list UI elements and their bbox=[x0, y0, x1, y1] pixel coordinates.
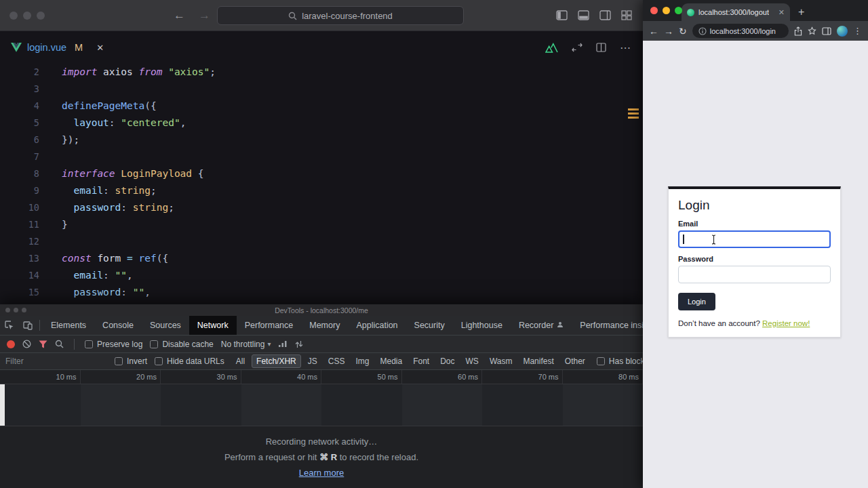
filter-icon[interactable] bbox=[39, 340, 47, 348]
toggle-panel-icon[interactable] bbox=[578, 10, 589, 20]
split-editor-icon[interactable] bbox=[596, 43, 606, 52]
minimize-window-button[interactable] bbox=[23, 12, 31, 20]
invert-checkbox[interactable] bbox=[115, 357, 123, 365]
line-number: 5 bbox=[0, 115, 39, 131]
timeline-overview bbox=[0, 384, 643, 426]
learn-more-link[interactable]: Learn more bbox=[299, 468, 344, 478]
filter-input[interactable] bbox=[5, 357, 107, 366]
devtools-tab-security[interactable]: Security bbox=[406, 316, 453, 336]
scrollbar-thumb[interactable] bbox=[0, 384, 5, 426]
devtools-tab-label: Memory bbox=[309, 321, 340, 330]
back-icon[interactable]: ← bbox=[174, 9, 185, 22]
timeline-ruler: 10 ms20 ms30 ms40 ms50 ms60 ms70 ms80 ms bbox=[0, 370, 643, 384]
import-export-har-icon[interactable] bbox=[295, 340, 303, 348]
forward-icon[interactable]: → bbox=[664, 26, 673, 37]
filter-chip-doc[interactable]: Doc bbox=[436, 355, 458, 367]
toggle-sidebar-icon[interactable] bbox=[556, 10, 568, 20]
filter-chip-wasm[interactable]: Wasm bbox=[486, 355, 517, 367]
devtools-tab-label: Performance bbox=[245, 321, 294, 330]
close-window-button[interactable] bbox=[9, 12, 18, 20]
devtools-tab-label: Sources bbox=[150, 321, 181, 330]
more-actions-icon[interactable]: ⋯ bbox=[620, 41, 631, 54]
profile-avatar[interactable] bbox=[837, 26, 848, 37]
customize-layout-icon[interactable] bbox=[621, 10, 632, 20]
throttling-dropdown[interactable]: No throttling ▾ bbox=[221, 340, 271, 349]
line-number: 2 bbox=[0, 64, 39, 81]
devtools-tab-label: Security bbox=[414, 321, 445, 330]
maximize-window-button[interactable] bbox=[37, 12, 45, 20]
minimize-window-button[interactable] bbox=[663, 7, 670, 14]
record-network-log-button[interactable] bbox=[7, 340, 15, 348]
bookmark-star-icon[interactable] bbox=[808, 26, 816, 35]
disable-cache-label: Disable cache bbox=[162, 340, 213, 349]
search-icon bbox=[288, 12, 297, 20]
recorder-badge-icon bbox=[557, 321, 564, 330]
filter-chip-font[interactable]: Font bbox=[409, 355, 433, 367]
preserve-log-checkbox[interactable] bbox=[85, 340, 93, 348]
toggle-secondary-sidebar-icon[interactable] bbox=[599, 10, 611, 20]
site-info-icon[interactable] bbox=[698, 27, 707, 35]
network-conditions-icon[interactable] bbox=[278, 340, 288, 348]
devtools-tab-label: Recorder bbox=[519, 321, 553, 330]
filter-chip-ws[interactable]: WS bbox=[462, 355, 483, 367]
code-text: import axios from "axios"; bbox=[39, 64, 216, 81]
browser-tab[interactable]: localhost:3000/logout ✕ bbox=[682, 3, 790, 21]
password-field[interactable] bbox=[678, 266, 831, 283]
new-tab-button[interactable]: + bbox=[798, 6, 804, 18]
code-editor[interactable]: 2import axios from "axios";34definePageM… bbox=[0, 64, 643, 304]
login-button[interactable]: Login bbox=[678, 293, 715, 310]
throttling-value: No throttling bbox=[221, 340, 265, 349]
devtools-tab-elements[interactable]: Elements bbox=[43, 316, 94, 336]
filter-chip-img[interactable]: Img bbox=[351, 355, 373, 367]
close-window-button[interactable] bbox=[650, 7, 658, 14]
share-icon[interactable] bbox=[794, 26, 802, 36]
filter-chip-all[interactable]: All bbox=[232, 355, 249, 367]
clear-network-log-icon[interactable] bbox=[22, 340, 31, 348]
has-blocked-cookies-checkbox[interactable] bbox=[597, 357, 605, 365]
register-link[interactable]: Register now! bbox=[762, 319, 810, 327]
disable-cache-checkbox[interactable] bbox=[150, 340, 158, 348]
refresh-icon[interactable]: ↻ bbox=[679, 26, 687, 37]
devtools-tab-performance-insights[interactable]: Performance insights bbox=[572, 316, 643, 336]
network-empty-state: Recording network activity… Perform a re… bbox=[0, 426, 643, 488]
email-field-wrap bbox=[678, 230, 831, 248]
address-bar[interactable]: localhost:3000/login bbox=[692, 24, 789, 38]
devtools-tab-sources[interactable]: Sources bbox=[142, 316, 189, 336]
close-tab-icon[interactable]: ✕ bbox=[96, 43, 104, 53]
devtools-tab-performance[interactable]: Performance bbox=[237, 316, 302, 336]
search-network-icon[interactable] bbox=[55, 340, 64, 348]
hide-data-urls-checkbox[interactable] bbox=[155, 357, 163, 365]
devtools-tab-memory[interactable]: Memory bbox=[301, 316, 348, 336]
filter-chip-other[interactable]: Other bbox=[561, 355, 589, 367]
devtools-window-title: DevTools - localhost:3000/me bbox=[0, 306, 643, 314]
shortcut-key: ⌘ R bbox=[319, 452, 337, 462]
code-line: 8interface LoginPayload { bbox=[0, 165, 643, 182]
devtools-tab-application[interactable]: Application bbox=[348, 316, 406, 336]
filter-chip-js[interactable]: JS bbox=[304, 355, 321, 367]
email-field[interactable] bbox=[678, 230, 831, 248]
forward-icon[interactable]: → bbox=[199, 9, 210, 22]
device-toolbar-icon[interactable] bbox=[18, 321, 37, 330]
devtools-tab-lighthouse[interactable]: Lighthouse bbox=[453, 316, 511, 336]
nuxt-devtools-icon[interactable] bbox=[545, 43, 558, 53]
back-icon[interactable]: ← bbox=[649, 26, 658, 37]
compare-changes-icon[interactable] bbox=[572, 43, 583, 52]
code-text bbox=[39, 81, 62, 98]
filter-chip-media[interactable]: Media bbox=[376, 355, 406, 367]
side-panel-icon[interactable] bbox=[822, 27, 831, 35]
tab-login-vue[interactable]: login.vue M ✕ bbox=[11, 42, 104, 53]
filter-chip-manifest[interactable]: Manifest bbox=[519, 355, 557, 367]
command-center-search[interactable]: laravel-course-frontend bbox=[217, 6, 464, 25]
devtools-tab-console[interactable]: Console bbox=[94, 316, 142, 336]
close-tab-icon[interactable]: ✕ bbox=[778, 8, 785, 17]
devtools-tab-label: Network bbox=[197, 321, 229, 330]
filter-chip-css[interactable]: CSS bbox=[324, 355, 349, 367]
browser-menu-icon[interactable]: ⋮ bbox=[853, 26, 862, 36]
devtools-tab-network[interactable]: Network bbox=[189, 316, 237, 336]
filter-chip-fetch-xhr[interactable]: Fetch/XHR bbox=[252, 354, 301, 368]
invert-option: Invert bbox=[115, 357, 147, 366]
devtools-tab-recorder[interactable]: Recorder bbox=[511, 316, 572, 336]
inspect-element-icon[interactable] bbox=[0, 321, 18, 330]
login-page: Login Email Password Login Don’t have an… bbox=[643, 41, 868, 488]
maximize-window-button[interactable] bbox=[675, 7, 682, 14]
